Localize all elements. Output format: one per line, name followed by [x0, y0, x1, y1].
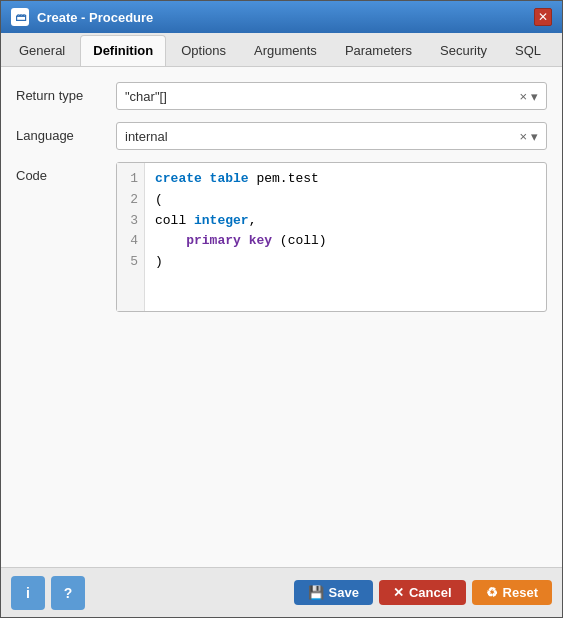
clear-icon[interactable]: × [519, 129, 527, 144]
reset-label: Reset [503, 585, 538, 600]
main-window: 🗃 Create - Procedure ✕ General Definitio… [0, 0, 563, 618]
code-label: Code [16, 162, 116, 183]
tab-security[interactable]: Security [427, 35, 500, 66]
footer: i ? 💾 Save ✕ Cancel ♻ Reset [1, 567, 562, 617]
code-row: Code 1 2 3 4 5 create table pem.test ( c… [16, 162, 547, 312]
window-icon: 🗃 [11, 8, 29, 26]
language-control: internal × ▾ [116, 122, 547, 150]
title-bar-left: 🗃 Create - Procedure [11, 8, 153, 26]
clear-icon[interactable]: × [519, 89, 527, 104]
line-num-4: 4 [123, 231, 138, 252]
close-button[interactable]: ✕ [534, 8, 552, 26]
line-num-5: 5 [123, 252, 138, 273]
footer-left: i ? [11, 576, 85, 610]
return-type-control: "char"[] × ▾ [116, 82, 547, 110]
content-area: Return type "char"[] × ▾ Language intern… [1, 67, 562, 567]
cancel-icon: ✕ [393, 585, 404, 600]
tab-parameters[interactable]: Parameters [332, 35, 425, 66]
footer-right: 💾 Save ✕ Cancel ♻ Reset [294, 580, 552, 605]
language-select[interactable]: internal × ▾ [116, 122, 547, 150]
line-num-1: 1 [123, 169, 138, 190]
info-button[interactable]: i [11, 576, 45, 610]
tab-sql[interactable]: SQL [502, 35, 554, 66]
language-label: Language [16, 122, 116, 143]
reset-button[interactable]: ♻ Reset [472, 580, 552, 605]
cancel-label: Cancel [409, 585, 452, 600]
line-num-2: 2 [123, 190, 138, 211]
return-type-controls: × ▾ [519, 89, 538, 104]
save-button[interactable]: 💾 Save [294, 580, 373, 605]
line-num-3: 3 [123, 211, 138, 232]
return-type-select[interactable]: "char"[] × ▾ [116, 82, 547, 110]
help-button[interactable]: ? [51, 576, 85, 610]
dropdown-icon[interactable]: ▾ [531, 89, 538, 104]
reset-icon: ♻ [486, 585, 498, 600]
return-type-row: Return type "char"[] × ▾ [16, 82, 547, 110]
language-value: internal [125, 129, 168, 144]
return-type-value: "char"[] [125, 89, 167, 104]
cancel-button[interactable]: ✕ Cancel [379, 580, 466, 605]
tab-options[interactable]: Options [168, 35, 239, 66]
save-label: Save [329, 585, 359, 600]
code-editor[interactable]: 1 2 3 4 5 create table pem.test ( coll i… [116, 162, 547, 312]
tab-definition[interactable]: Definition [80, 35, 166, 66]
return-type-label: Return type [16, 82, 116, 103]
save-icon: 💾 [308, 585, 324, 600]
code-text[interactable]: create table pem.test ( coll integer, pr… [145, 163, 337, 311]
window-title: Create - Procedure [37, 10, 153, 25]
tab-arguments[interactable]: Arguments [241, 35, 330, 66]
tab-general[interactable]: General [6, 35, 78, 66]
language-controls: × ▾ [519, 129, 538, 144]
code-control: 1 2 3 4 5 create table pem.test ( coll i… [116, 162, 547, 312]
dropdown-icon[interactable]: ▾ [531, 129, 538, 144]
language-row: Language internal × ▾ [16, 122, 547, 150]
tab-bar: General Definition Options Arguments Par… [1, 33, 562, 67]
line-numbers: 1 2 3 4 5 [117, 163, 145, 311]
title-bar: 🗃 Create - Procedure ✕ [1, 1, 562, 33]
